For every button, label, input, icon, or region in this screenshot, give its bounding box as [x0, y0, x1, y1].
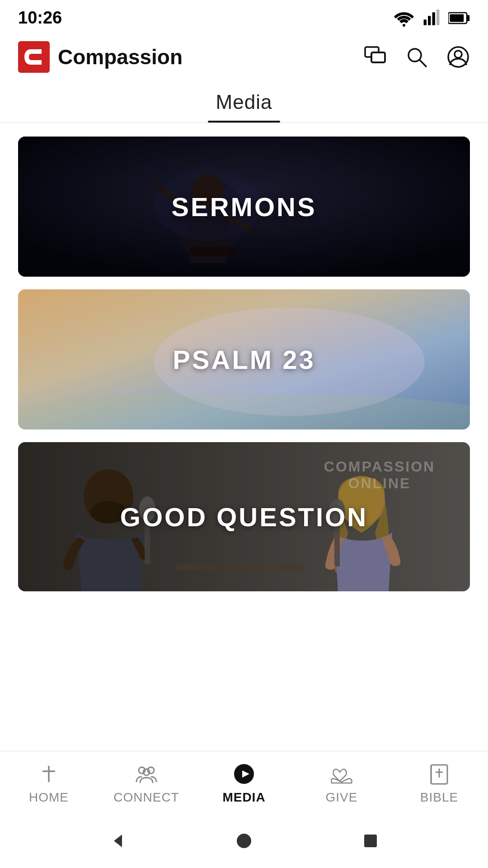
bible-icon — [427, 762, 451, 786]
app-title: Compassion — [58, 45, 183, 69]
android-back[interactable] — [104, 827, 131, 854]
android-nav — [0, 814, 488, 868]
media-list: SERMONS PSALM 23 — [0, 123, 488, 591]
chat-icon[interactable] — [363, 45, 387, 69]
status-icons — [393, 9, 470, 27]
svg-line-13 — [419, 60, 427, 67]
svg-rect-2 — [428, 16, 431, 25]
svg-rect-4 — [436, 9, 439, 25]
svg-point-50 — [237, 834, 251, 848]
header-left: Compassion — [18, 41, 183, 73]
nav-media-label: MEDIA — [222, 790, 265, 805]
home-icon — [37, 762, 61, 786]
nav-item-connect[interactable]: CONNECT — [98, 762, 195, 805]
search-icon[interactable] — [405, 45, 428, 69]
svg-rect-1 — [424, 19, 427, 25]
battery-icon — [448, 9, 470, 27]
media-icon — [232, 762, 256, 786]
svg-rect-51 — [364, 835, 377, 847]
status-time: 10:26 — [18, 8, 62, 28]
svg-rect-10 — [371, 52, 385, 62]
app-logo — [18, 41, 50, 73]
android-recent[interactable] — [357, 827, 384, 854]
header: Compassion — [0, 32, 488, 82]
wifi-icon — [393, 9, 415, 27]
connect-icon — [135, 762, 158, 786]
status-bar: 10:26 — [0, 0, 488, 32]
svg-point-15 — [455, 51, 462, 58]
svg-rect-7 — [450, 14, 464, 22]
header-actions — [363, 45, 470, 69]
svg-rect-8 — [18, 41, 50, 73]
android-home[interactable] — [230, 827, 258, 854]
nav-give-label: GIVE — [326, 790, 358, 805]
svg-marker-49 — [114, 835, 122, 847]
give-icon — [330, 762, 353, 786]
nav-item-home[interactable]: HOME — [0, 762, 98, 805]
nav-title-bar: Media — [0, 82, 488, 123]
signal-icon — [422, 9, 441, 27]
svg-point-0 — [403, 24, 405, 27]
profile-icon[interactable] — [446, 45, 470, 69]
svg-rect-3 — [432, 12, 435, 25]
svg-rect-6 — [467, 15, 469, 21]
sermons-label: SERMONS — [18, 192, 470, 222]
nav-item-bible[interactable]: BIBLE — [390, 762, 488, 805]
title-underline — [208, 121, 280, 123]
bottom-nav: HOME CONNECT MEDIA GIVE — [0, 751, 488, 814]
svg-point-24 — [18, 393, 470, 429]
nav-bible-label: BIBLE — [420, 790, 458, 805]
nav-item-media[interactable]: MEDIA — [195, 762, 293, 805]
sermons-card[interactable]: SERMONS — [18, 137, 470, 277]
psalm23-card[interactable]: PSALM 23 — [18, 289, 470, 429]
nav-item-give[interactable]: GIVE — [293, 762, 390, 805]
nav-home-label: HOME — [29, 790, 69, 805]
nav-connect-label: CONNECT — [113, 790, 179, 805]
goodquestion-card[interactable]: COMPASSION ONLINE GOOD QUESTION — [18, 442, 470, 591]
page-title: Media — [216, 91, 272, 121]
svg-point-12 — [408, 49, 421, 61]
psalm23-label: PSALM 23 — [18, 344, 470, 375]
goodquestion-label: GOOD QUESTION — [18, 502, 470, 532]
